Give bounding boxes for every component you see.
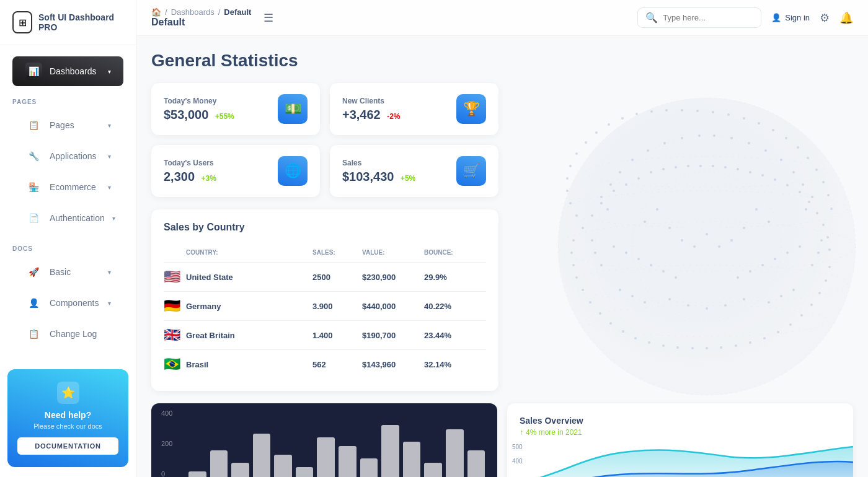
svg-point-43: [648, 341, 650, 344]
table-row: 🇧🇷 Brasil 562 $143,960 32.14%: [164, 350, 486, 379]
chevron-icon: ▾: [108, 269, 111, 276]
chart-y-labels: 400 200 0: [161, 409, 172, 477]
stat-change-users: +3%: [202, 174, 216, 183]
sidebar-item-label: Ecommerce: [50, 182, 96, 192]
sales-us: 2500: [312, 273, 362, 282]
breadcrumb-dashboards[interactable]: Dashboards: [171, 7, 215, 17]
stat-info-clients: New Clients +3,462 -2%: [342, 97, 401, 122]
overview-title: Sales Overview: [520, 416, 841, 426]
svg-point-66: [595, 131, 598, 134]
svg-point-33: [572, 239, 575, 242]
search-input[interactable]: [663, 13, 753, 22]
svg-point-98: [718, 245, 720, 248]
user-icon: 👤: [771, 13, 781, 22]
breadcrumb-separator2: /: [218, 7, 221, 17]
svg-point-29: [816, 212, 818, 214]
value-br: $143,960: [362, 360, 424, 369]
stat-card-clients: New Clients +3,462 -2% 🏆: [330, 83, 498, 135]
svg-point-134: [780, 159, 782, 161]
sidebar-item-label: Components: [50, 298, 99, 308]
docs-section-label: DOCS: [0, 234, 136, 256]
svg-point-100: [693, 245, 696, 248]
svg-point-25: [774, 178, 776, 181]
svg-point-48: [720, 346, 722, 349]
svg-point-114: [591, 239, 593, 242]
svg-point-117: [768, 301, 770, 304]
stat-label-money: Today's Money: [164, 97, 234, 105]
col-value-header: Value:: [362, 249, 424, 256]
stat-icon-clients: 🏆: [456, 94, 486, 124]
y-label-0: 0: [161, 470, 172, 477]
sidebar-item-basic[interactable]: 🚀 Basic ▾: [12, 257, 123, 287]
svg-point-6: [586, 305, 828, 336]
chart-bar: [467, 450, 485, 477]
table-row: 🇬🇧 Great Britain 1.400 $190,700 23.44%: [164, 321, 486, 350]
sidebar-item-dashboards[interactable]: 📊 Dashboards ▾: [12, 56, 123, 86]
topbar: 🏠 / Dashboards / Default Default ☰ 🔍 👤 S…: [136, 0, 868, 36]
svg-point-89: [774, 258, 776, 260]
app-name: Soft UI Dashboard PRO: [38, 12, 123, 32]
svg-point-23: [749, 171, 751, 173]
bounce-gb: 23.44%: [424, 331, 486, 340]
svg-point-123: [687, 304, 689, 307]
svg-point-50: [749, 341, 751, 344]
line-chart: 500 400: [507, 440, 853, 477]
sidebar-item-pages[interactable]: 📋 Pages ▾: [12, 110, 123, 140]
svg-point-83: [822, 181, 825, 183]
table-row: 🇩🇪 Germany 3.900 $440,000 40.22%: [164, 292, 486, 321]
svg-point-85: [830, 208, 833, 210]
flag-us: 🇺🇸: [164, 269, 186, 285]
documentation-button[interactable]: DOCUMENTATION: [17, 437, 118, 455]
chart-bar: [360, 458, 378, 477]
sidebar-item-components[interactable]: 👤 Components ▾: [12, 288, 123, 318]
bounce-de: 40.22%: [424, 302, 486, 311]
stat-change-clients: -2%: [387, 112, 400, 121]
dashboards-icon: 📊: [25, 63, 42, 80]
svg-point-11: [600, 202, 603, 204]
svg-point-94: [650, 264, 652, 266]
sidebar-item-ecommerce[interactable]: 🏪 Ecommerce ▾: [12, 172, 123, 202]
sidebar-item-label: Applications: [50, 151, 97, 161]
svg-point-9: [582, 227, 584, 229]
bell-icon[interactable]: 🔔: [839, 11, 853, 25]
svg-point-129: [606, 208, 609, 211]
stat-icon-money: 💵: [278, 94, 308, 124]
bar-chart-card: 400 200 0: [151, 403, 497, 477]
svg-point-2: [632, 172, 781, 321]
svg-point-87: [749, 270, 751, 273]
chart-bar: [317, 437, 335, 477]
ecommerce-icon: 🏪: [25, 178, 42, 196]
signin-button[interactable]: 👤 Sign in: [771, 13, 810, 22]
svg-point-125: [668, 298, 671, 300]
pages-icon: 📋: [25, 116, 42, 134]
stat-label-clients: New Clients: [342, 97, 401, 105]
search-box[interactable]: 🔍: [637, 7, 761, 28]
svg-point-52: [777, 331, 779, 333]
content-area: General Statistics Today's Money $53,000…: [136, 36, 868, 477]
overview-y-400: 400: [512, 458, 523, 465]
chart-bar: [188, 471, 206, 477]
svg-point-104: [755, 208, 758, 211]
sales-br: 562: [312, 360, 362, 369]
hamburger-button[interactable]: ☰: [259, 9, 278, 27]
help-star-icon: ⭐: [57, 382, 79, 404]
bottom-charts-row: 400 200 0 Sales Overview ↑ 4% more in 20…: [151, 403, 853, 477]
sidebar-item-applications[interactable]: 🔧 Applications ▾: [12, 141, 123, 171]
svg-point-137: [647, 149, 649, 152]
chart-bars: [188, 416, 485, 477]
svg-point-126: [805, 208, 807, 211]
stat-change-sales: +5%: [401, 174, 415, 183]
chevron-icon: ▾: [108, 153, 111, 160]
sidebar-item-changelog[interactable]: 📋 Change Log: [12, 319, 123, 349]
settings-icon[interactable]: ⚙: [820, 11, 830, 25]
sales-country-title: Sales by Country: [164, 222, 486, 233]
chart-bar: [381, 425, 399, 477]
chevron-icon: ▾: [108, 122, 111, 129]
country-table-header: Country: Sales: Value: Bounce:: [164, 243, 486, 263]
sidebar-item-authentication[interactable]: 📄 Authentication ▾: [12, 203, 123, 233]
svg-point-84: [827, 194, 830, 196]
value-gb: $190,700: [362, 331, 424, 340]
chart-bar: [253, 434, 271, 477]
svg-point-102: [706, 233, 708, 235]
svg-point-128: [802, 183, 804, 186]
